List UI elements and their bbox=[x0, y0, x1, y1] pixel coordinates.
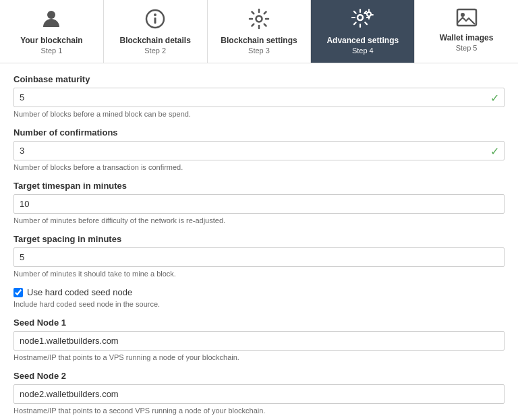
target-timespan-group: Target timespan in minutes Number of min… bbox=[13, 181, 505, 224]
seed-node-checkbox[interactable] bbox=[13, 288, 23, 297]
wizard-header: Your blockchain Step 1 Blockchain detail… bbox=[0, 0, 518, 63]
svg-rect-2 bbox=[154, 18, 156, 24]
advanced-settings-icon bbox=[351, 8, 375, 33]
seed-node-1-label: Seed Node 1 bbox=[13, 318, 505, 328]
step5-title: Wallet images bbox=[440, 33, 494, 42]
settings-icon bbox=[248, 8, 270, 33]
step4-num: Step 4 bbox=[352, 47, 374, 55]
target-spacing-input[interactable] bbox=[13, 247, 505, 267]
seed-node-checkbox-hint: Include hard coded seed node in the sour… bbox=[13, 300, 505, 308]
target-spacing-hint: Number of minutes it should take to mine… bbox=[13, 270, 505, 278]
seed-node-2-input[interactable] bbox=[13, 384, 505, 404]
svg-point-5 bbox=[357, 15, 363, 20]
seed-node-1-input-wrap bbox=[13, 331, 505, 351]
svg-point-0 bbox=[47, 11, 55, 19]
coinbase-maturity-hint: Number of blocks before a mined block ca… bbox=[13, 110, 505, 118]
coinbase-maturity-check: ✓ bbox=[490, 91, 499, 104]
coinbase-maturity-input[interactable] bbox=[13, 88, 505, 107]
step5-num: Step 5 bbox=[456, 44, 478, 52]
image-icon bbox=[456, 8, 478, 30]
target-timespan-input[interactable] bbox=[13, 194, 505, 214]
step4-title: Advanced settings bbox=[326, 36, 399, 45]
target-timespan-label: Target timespan in minutes bbox=[13, 181, 505, 191]
seed-node-2-hint: Hostname/IP that points to a second VPS … bbox=[13, 407, 505, 415]
wizard-step-2[interactable]: Blockchain details Step 2 bbox=[104, 0, 208, 63]
wizard-step-5[interactable]: Wallet images Step 5 bbox=[415, 0, 518, 63]
target-spacing-input-wrap bbox=[13, 247, 505, 267]
num-confirmations-hint: Number of blocks before a transaction is… bbox=[13, 163, 505, 171]
wizard-step-3[interactable]: Blockchain settings Step 3 bbox=[208, 0, 312, 63]
seed-node-1-hint: Hostname/IP that points to a VPS running… bbox=[13, 353, 505, 361]
svg-point-4 bbox=[256, 16, 262, 22]
seed-node-checkbox-row: Use hard coded seed node bbox=[13, 287, 505, 297]
num-confirmations-check: ✓ bbox=[490, 144, 499, 157]
num-confirmations-input[interactable] bbox=[13, 141, 505, 160]
target-spacing-group: Target spacing in minutes Number of minu… bbox=[13, 234, 505, 278]
svg-point-8 bbox=[461, 13, 465, 17]
step3-title: Blockchain settings bbox=[221, 36, 297, 45]
coinbase-maturity-group: Coinbase maturity ✓ Number of blocks bef… bbox=[13, 74, 505, 118]
step3-num: Step 3 bbox=[248, 47, 270, 55]
target-timespan-hint: Number of minutes before difficulty of t… bbox=[13, 216, 505, 224]
wizard-step-4[interactable]: Advanced settings Step 4 bbox=[311, 0, 415, 63]
step2-num: Step 2 bbox=[144, 47, 166, 55]
wizard-step-1[interactable]: Your blockchain Step 1 bbox=[0, 0, 104, 63]
svg-point-3 bbox=[154, 13, 156, 16]
step1-num: Step 1 bbox=[40, 47, 62, 55]
step2-title: Blockchain details bbox=[120, 36, 191, 45]
svg-point-6 bbox=[367, 12, 371, 16]
num-confirmations-group: Number of confirmations ✓ Number of bloc… bbox=[13, 127, 505, 171]
coinbase-maturity-input-wrap: ✓ bbox=[13, 88, 505, 107]
seed-node-2-input-wrap bbox=[13, 384, 505, 404]
step1-title: Your blockchain bbox=[20, 36, 82, 45]
seed-node-2-label: Seed Node 2 bbox=[13, 371, 505, 381]
seed-node-1-input[interactable] bbox=[13, 331, 505, 351]
target-spacing-label: Target spacing in minutes bbox=[13, 234, 505, 244]
coinbase-maturity-label: Coinbase maturity bbox=[13, 74, 505, 84]
num-confirmations-input-wrap: ✓ bbox=[13, 141, 505, 160]
seed-node-1-group: Seed Node 1 Hostname/IP that points to a… bbox=[13, 318, 505, 361]
info-icon bbox=[144, 8, 166, 33]
person-icon bbox=[40, 8, 62, 33]
seed-node-checkbox-group: Use hard coded seed node Include hard co… bbox=[13, 287, 505, 308]
main-content: Coinbase maturity ✓ Number of blocks bef… bbox=[0, 63, 518, 420]
num-confirmations-label: Number of confirmations bbox=[13, 127, 505, 138]
target-timespan-input-wrap bbox=[13, 194, 505, 214]
seed-node-2-group: Seed Node 2 Hostname/IP that points to a… bbox=[13, 371, 505, 415]
seed-node-checkbox-label[interactable]: Use hard coded seed node bbox=[27, 287, 132, 297]
